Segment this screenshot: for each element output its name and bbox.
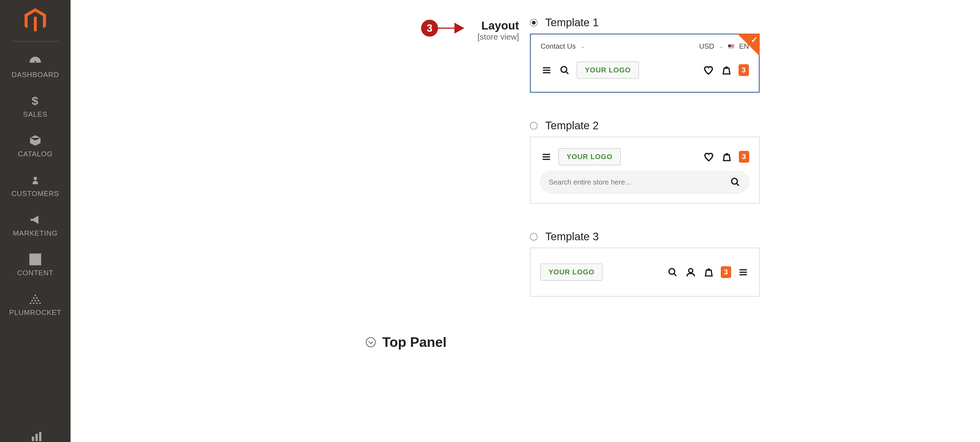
svg-point-2 [33,177,37,180]
svg-point-10 [35,300,36,302]
selected-check-icon [737,34,759,56]
preview-main-row: YOUR LOGO 3 [531,53,759,92]
bag-icon [721,64,733,76]
bag-icon [703,266,715,278]
search-icon [730,176,741,188]
svg-line-30 [674,273,676,276]
svg-text:$: $ [32,94,38,107]
svg-point-11 [38,300,40,302]
callout-line [438,28,455,29]
search-input-pill [540,171,749,193]
sidebar-item-customers[interactable]: CUSTOMERS [0,166,70,205]
heart-icon [702,64,714,76]
svg-point-14 [36,302,38,304]
main-content: 3 Layout [store view] Template 1 Contact… [70,0,980,367]
your-logo-badge: YOUR LOGO [558,148,621,165]
your-logo-badge: YOUR LOGO [540,264,603,281]
admin-sidebar: DASHBOARD $ SALES CATALOG CUSTOMERS MARK… [0,0,70,442]
hamburger-icon [540,151,552,163]
heart-icon [703,151,715,163]
arrow-right-icon [455,23,464,33]
preview-search-row [530,171,759,203]
radio-option-template-3[interactable]: Template 3 [530,231,958,243]
flag-us-icon [728,45,734,48]
svg-rect-3 [30,254,40,265]
box-icon [29,134,42,147]
your-logo-badge: YOUR LOGO [577,62,639,79]
megaphone-icon [29,213,42,226]
svg-point-22 [561,67,567,72]
svg-point-8 [36,297,38,299]
radio-option-template-1[interactable]: Template 1 [530,16,958,29]
radio-label: Template 2 [545,119,599,132]
chevron-down-circle-icon [366,337,376,347]
svg-rect-16 [32,437,34,441]
radio-icon [530,233,538,240]
sidebar-item-plumrocket[interactable]: PLUMROCKET [0,285,70,324]
sidebar-item-content[interactable]: CONTENT [0,245,70,285]
preview-template-2[interactable]: YOUR LOGO 3 [530,137,760,204]
section-header-top-panel[interactable]: Top Panel [366,334,958,350]
svg-point-29 [669,269,675,274]
person-icon [29,173,42,187]
preview-topbar: Contact Us ⌄ USD ⌄ EN [531,35,759,53]
config-row-layout: 3 Layout [store view] Template 1 Contact… [92,16,958,323]
preview-main-row: YOUR LOGO 3 [530,248,759,296]
triangle-dots-icon [29,293,42,305]
sidebar-label: MARKETING [13,229,58,237]
sidebar-label: PLUMROCKET [9,308,62,317]
hamburger-icon [541,64,553,76]
search-icon [667,266,679,278]
sidebar-label: SALES [23,110,48,119]
sidebar-item-dashboard[interactable]: DASHBOARD [0,47,70,87]
bag-icon [721,151,733,163]
cart-count-badge: 3 [738,64,749,76]
chevron-down-icon: ⌄ [719,43,723,49]
svg-point-15 [39,302,41,304]
svg-point-27 [732,178,737,184]
layout-icon [29,253,42,266]
search-icon [558,64,571,76]
search-input[interactable] [549,178,725,186]
sidebar-divider [12,41,59,41]
svg-point-7 [33,297,35,299]
config-label-column: 3 Layout [store view] [92,16,530,41]
magento-logo[interactable] [23,8,48,33]
svg-point-13 [33,302,35,304]
section-title: Top Panel [382,334,447,350]
sidebar-item-marketing[interactable]: MARKETING [0,205,70,245]
preview-template-3[interactable]: YOUR LOGO 3 [530,248,760,297]
step-callout: 3 [421,20,464,37]
sidebar-item-catalog[interactable]: CATALOG [0,126,70,166]
preview-template-1[interactable]: Contact Us ⌄ USD ⌄ EN YOUR LOGO [530,33,760,93]
cart-count-badge: 3 [721,266,731,278]
svg-point-6 [35,295,36,296]
step-number-badge: 3 [421,20,438,37]
contact-link: Contact Us [541,42,576,51]
sidebar-label: CUSTOMERS [11,189,59,198]
gauge-icon [29,55,42,68]
sidebar-label: CONTENT [17,269,54,277]
svg-line-28 [737,183,739,186]
svg-rect-18 [39,432,41,441]
sidebar-item-sales[interactable]: $ SALES [0,87,70,126]
chevron-down-icon: ⌄ [581,43,585,49]
sidebar-label: DASHBOARD [11,70,59,79]
svg-rect-17 [35,434,38,441]
svg-line-23 [566,72,568,74]
sidebar-item-reports-partial[interactable] [19,424,54,442]
radio-label: Template 3 [545,231,599,243]
person-icon [685,266,697,278]
radio-option-template-2[interactable]: Template 2 [530,119,958,132]
dollar-icon: $ [29,94,42,107]
radio-label: Template 1 [545,16,599,29]
sidebar-label: CATALOG [18,150,52,158]
cart-count-badge: 3 [739,151,749,163]
radio-icon [530,122,538,130]
radio-icon [530,19,538,27]
svg-point-0 [35,61,36,63]
preview-main-row: YOUR LOGO 3 [530,137,759,171]
config-value-column: Template 1 Contact Us ⌄ USD ⌄ EN [530,16,958,323]
hamburger-icon [737,266,749,278]
svg-point-9 [32,300,33,302]
